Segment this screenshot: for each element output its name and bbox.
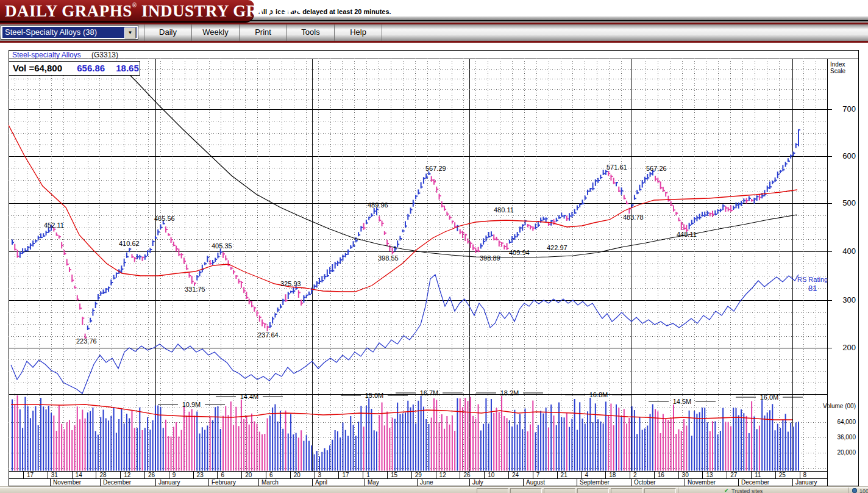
svg-text:January: January xyxy=(795,479,817,486)
svg-text:10.9M: 10.9M xyxy=(182,401,201,408)
svg-text:325.93: 325.93 xyxy=(280,280,301,287)
svg-text:483.78: 483.78 xyxy=(623,214,644,221)
svg-text:30: 30 xyxy=(682,472,689,478)
svg-text:29: 29 xyxy=(415,472,422,478)
svg-text:571.61: 571.61 xyxy=(607,164,627,171)
svg-text:8: 8 xyxy=(803,472,807,478)
status-segment xyxy=(644,488,676,493)
security-zone-icon: ✔ xyxy=(724,488,729,493)
svg-text:489.96: 489.96 xyxy=(368,201,388,209)
status-divider xyxy=(848,488,849,493)
svg-text:16: 16 xyxy=(658,472,665,478)
app-logo: DAILY GRAPHS® INDUSTRY GROUPS xyxy=(0,0,254,23)
status-segment xyxy=(510,488,542,493)
svg-text:6: 6 xyxy=(269,472,273,478)
index-scale-title: Index Scale xyxy=(830,61,857,74)
registered-mark-icon: ® xyxy=(132,2,137,9)
volume-scale-tick: 64,000 xyxy=(824,419,856,425)
svg-text:448.11: 448.11 xyxy=(677,231,697,238)
status-bar: ✔ Trusted sites 100% xyxy=(0,486,868,493)
menu-print[interactable]: Print xyxy=(239,24,286,41)
index-scale-tick: 200 xyxy=(828,343,856,352)
svg-text:567.26: 567.26 xyxy=(646,165,667,172)
svg-text:20: 20 xyxy=(294,472,301,478)
status-segment xyxy=(544,488,575,493)
svg-text:March: March xyxy=(261,479,279,486)
toolbar: Steel-Specialty Alloys (38) ▼ DailyWeekl… xyxy=(0,24,868,43)
svg-text:January: January xyxy=(158,479,180,486)
index-scale-tick: 400 xyxy=(828,246,856,256)
svg-text:9: 9 xyxy=(173,472,176,478)
quote-box: Vol =64,800 656.86 18.65 xyxy=(9,61,140,76)
svg-text:23: 23 xyxy=(197,472,204,478)
price-volume-chart: 452.11465.56410.62405.35331.75223.76325.… xyxy=(9,50,859,486)
last-price: 656.86 xyxy=(77,63,105,73)
svg-text:398.89: 398.89 xyxy=(480,254,500,262)
chevron-down-icon[interactable]: ▼ xyxy=(124,27,136,38)
menu-bar: DailyWeeklyPrintToolsHelp xyxy=(144,24,382,41)
index-scale-tick: 600 xyxy=(828,151,856,160)
svg-text:81: 81 xyxy=(808,284,817,293)
svg-text:16.0M: 16.0M xyxy=(760,394,779,401)
svg-text:July: July xyxy=(472,479,483,486)
industry-group-dropdown[interactable]: Steel-Specialty Alloys (38) ▼ xyxy=(1,26,138,39)
globe-icon xyxy=(852,488,857,493)
svg-text:August: August xyxy=(526,479,545,486)
svg-text:465.56: 465.56 xyxy=(154,215,175,222)
svg-text:4: 4 xyxy=(585,472,588,478)
svg-text:26: 26 xyxy=(148,472,155,478)
svg-text:7: 7 xyxy=(536,472,540,478)
svg-text:24: 24 xyxy=(512,472,519,478)
svg-text:480.11: 480.11 xyxy=(494,206,514,214)
daily-graphs-window: All prices are delayed at least 20 minut… xyxy=(0,0,868,493)
svg-text:452.11: 452.11 xyxy=(44,221,64,229)
svg-text:18.2M: 18.2M xyxy=(500,389,519,397)
volume-readout: Vol =64,800 xyxy=(13,63,62,73)
index-scale-tick: 300 xyxy=(828,295,856,304)
svg-text:15.0M: 15.0M xyxy=(365,392,384,399)
svg-text:16.7M: 16.7M xyxy=(420,389,439,397)
svg-text:11: 11 xyxy=(755,472,761,478)
svg-text:398.55: 398.55 xyxy=(378,254,399,262)
svg-text:6: 6 xyxy=(221,472,224,478)
svg-text:20: 20 xyxy=(245,472,252,478)
svg-text:2: 2 xyxy=(633,472,637,478)
svg-text:November: November xyxy=(53,479,82,486)
status-segment xyxy=(477,488,508,493)
svg-text:31: 31 xyxy=(51,472,59,478)
menu-weekly[interactable]: Weekly xyxy=(191,24,239,41)
svg-text:June: June xyxy=(420,479,433,486)
svg-text:21: 21 xyxy=(561,472,568,478)
svg-text:409.94: 409.94 xyxy=(509,249,530,256)
svg-text:567.29: 567.29 xyxy=(425,165,446,172)
menu-tools[interactable]: Tools xyxy=(286,24,334,41)
svg-text:October: October xyxy=(634,479,656,486)
svg-text:26: 26 xyxy=(463,472,471,478)
status-segment xyxy=(611,488,642,493)
svg-text:1: 1 xyxy=(366,472,370,478)
svg-text:25: 25 xyxy=(779,472,786,478)
svg-text:331.75: 331.75 xyxy=(185,286,205,293)
zoom-level[interactable]: 100% xyxy=(859,488,868,493)
menu-daily[interactable]: Daily xyxy=(144,24,191,41)
menu-help[interactable]: Help xyxy=(334,24,382,41)
status-segment xyxy=(577,488,609,493)
industry-group-value: Steel-Specialty Alloys (38) xyxy=(5,27,97,37)
index-scale-tick: 700 xyxy=(828,104,856,113)
svg-text:November: November xyxy=(688,479,716,486)
svg-text:10: 10 xyxy=(488,472,495,478)
volume-scale-title: Volume (00) xyxy=(816,403,856,409)
svg-text:28: 28 xyxy=(99,472,107,478)
svg-text:14.4M: 14.4M xyxy=(240,393,259,400)
svg-text:September: September xyxy=(580,479,610,486)
svg-text:410.62: 410.62 xyxy=(119,240,140,247)
svg-text:December: December xyxy=(741,479,770,486)
svg-text:12: 12 xyxy=(439,472,447,478)
svg-text:13: 13 xyxy=(706,472,713,478)
svg-text:14: 14 xyxy=(76,472,83,478)
svg-text:16.8M: 16.8M xyxy=(589,391,608,398)
security-zone-label: Trusted sites xyxy=(731,488,763,493)
svg-text:15: 15 xyxy=(391,472,398,478)
svg-text:3: 3 xyxy=(318,472,322,478)
svg-text:14.5M: 14.5M xyxy=(673,398,692,405)
